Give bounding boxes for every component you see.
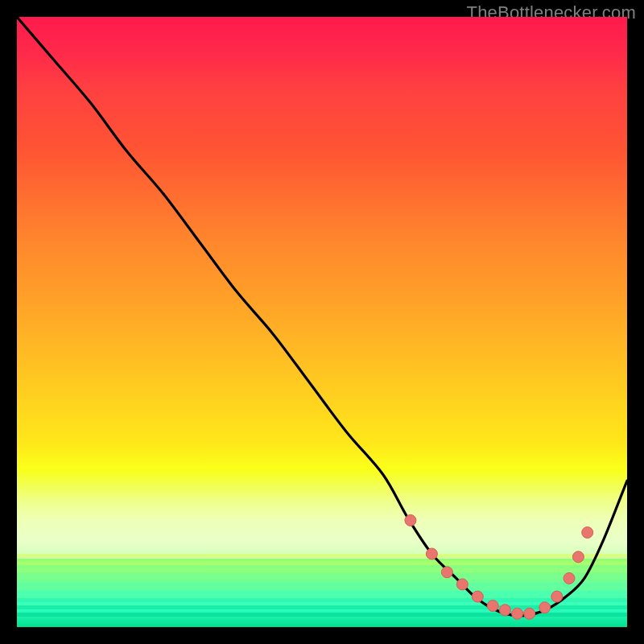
sweet-spot-marker bbox=[572, 551, 584, 563]
sweet-spot-marker bbox=[472, 591, 483, 602]
sweet-spot-marker bbox=[582, 527, 593, 539]
sweet-spot-marker bbox=[512, 608, 523, 619]
sweet-spot-marker bbox=[551, 591, 563, 602]
chart-stage: TheBottlenecker.com bbox=[0, 0, 644, 644]
curve-layer bbox=[17, 17, 627, 627]
sweet-spot-marker bbox=[456, 579, 468, 590]
sweet-spot-marker bbox=[499, 605, 510, 616]
bottleneck-curve-path bbox=[17, 17, 627, 616]
sweet-spot-marker bbox=[539, 602, 551, 613]
sweet-spot-marker bbox=[441, 567, 452, 578]
sweet-spot-marker bbox=[405, 514, 416, 526]
sweet-spot-markers bbox=[405, 514, 593, 619]
sweet-spot-marker bbox=[564, 572, 575, 584]
sweet-spot-marker bbox=[487, 601, 498, 612]
plot-area bbox=[17, 17, 627, 627]
sweet-spot-marker bbox=[426, 548, 437, 559]
sweet-spot-marker bbox=[524, 608, 535, 619]
